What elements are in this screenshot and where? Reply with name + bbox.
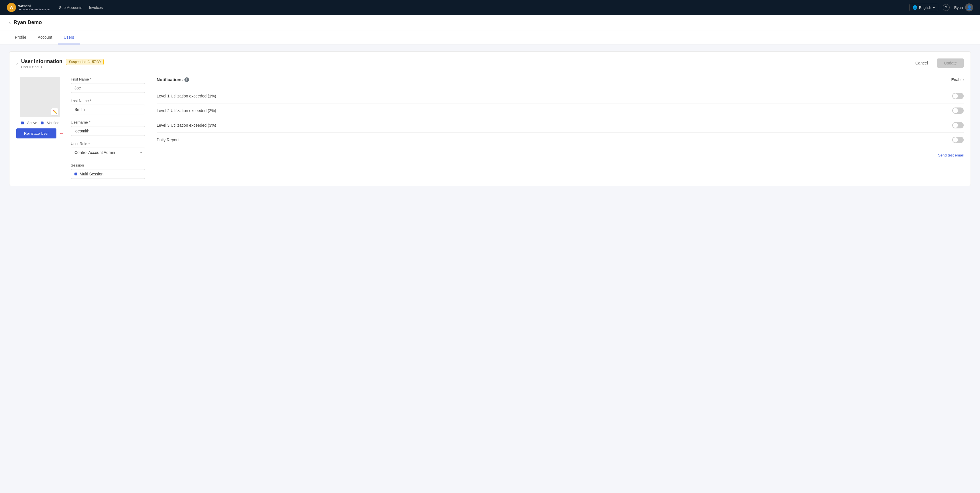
notif-level3-toggle[interactable]	[952, 122, 964, 128]
chevron-down-icon: ▾	[933, 5, 935, 10]
suspended-label: Suspended	[69, 60, 86, 64]
session-field: Session Multi Session	[71, 163, 145, 179]
globe-icon: 🌐	[912, 5, 917, 10]
nav-links: Sub-Accounts Invoices	[59, 4, 900, 11]
avatar-box: ✏️	[20, 77, 60, 117]
info-icon[interactable]: i	[185, 77, 189, 82]
notif-item-level3: Level 3 Utilization exceeded (3%)	[157, 118, 964, 133]
last-name-input[interactable]	[71, 105, 145, 114]
tabs-bar: Profile Account Users	[0, 30, 980, 45]
user-menu[interactable]: Ryan 👤	[954, 3, 973, 11]
reinstate-button[interactable]: Reinstate User	[16, 128, 56, 139]
user-icon: 👤	[967, 5, 972, 10]
user-avatar: 👤	[965, 3, 973, 11]
card-header-right: Cancel Update	[910, 59, 964, 68]
last-name-field: Last Name *	[71, 99, 145, 114]
notif-item-level1: Level 1 Utilization exceeded (1%)	[157, 89, 964, 104]
language-selector[interactable]: 🌐 English ▾	[909, 4, 938, 11]
user-role-label: User Role *	[71, 142, 145, 146]
arrow-right-icon: ←	[59, 131, 64, 136]
first-name-input[interactable]	[71, 83, 145, 93]
tab-users[interactable]: Users	[58, 30, 80, 45]
user-role-select[interactable]: Control Account Admin	[71, 148, 145, 157]
cancel-button[interactable]: Cancel	[910, 59, 934, 68]
first-name-label: First Name *	[71, 77, 145, 81]
back-arrow[interactable]: ‹	[9, 20, 11, 25]
username-input[interactable]	[71, 126, 145, 136]
avatar-edit-button[interactable]: ✏️	[51, 108, 59, 115]
notif-daily-toggle[interactable]	[952, 137, 964, 143]
logo-icon: W	[7, 3, 16, 12]
notif-header: Notifications i Enable	[157, 77, 964, 82]
timer-label: 57:39	[92, 60, 100, 64]
last-name-label: Last Name *	[71, 99, 145, 103]
card-title: User Information	[21, 59, 62, 64]
page-title: Ryan Demo	[13, 19, 42, 26]
notif-level2-label: Level 2 Utilization exceeded (2%)	[157, 108, 216, 113]
first-name-field: First Name *	[71, 77, 145, 93]
notif-item-daily: Daily Report	[157, 133, 964, 147]
topnav-right: 🌐 English ▾ ? Ryan 👤	[909, 3, 973, 11]
avatar-section: ✏️ Active Verified Reinstate User ←	[16, 77, 64, 179]
form-layout: ✏️ Active Verified Reinstate User ←	[16, 77, 964, 179]
user-info-card: ‹ User Information Suspended ⏱ 57:39 Use…	[9, 51, 971, 186]
clock-icon: ⏱	[88, 60, 91, 64]
suspended-badge: Suspended ⏱ 57:39	[66, 59, 104, 65]
user-id-label: User ID: 5601	[21, 65, 104, 69]
notif-level2-toggle[interactable]	[952, 107, 964, 114]
tab-profile[interactable]: Profile	[9, 30, 32, 45]
help-button[interactable]: ?	[943, 4, 950, 11]
notifications-label: Notifications	[157, 77, 183, 82]
nav-invoices[interactable]: Invoices	[89, 4, 103, 11]
top-navigation: W wasabi Account Control Manager Sub-Acc…	[0, 0, 980, 15]
card-header: ‹ User Information Suspended ⏱ 57:39 Use…	[16, 59, 964, 69]
session-dot	[75, 172, 77, 176]
verified-label: Verified	[47, 121, 59, 125]
notif-daily-label: Daily Report	[157, 137, 179, 142]
help-icon: ?	[945, 5, 947, 10]
main-content: ‹ User Information Suspended ⏱ 57:39 Use…	[0, 45, 980, 193]
session-label: Session	[71, 163, 145, 168]
active-dot	[21, 121, 24, 124]
breadcrumb-bar: ‹ Ryan Demo	[0, 15, 980, 30]
user-name: Ryan	[954, 5, 963, 10]
notif-item-level2: Level 2 Utilization exceeded (2%)	[157, 104, 964, 118]
notifications-section: Notifications i Enable Level 1 Utilizati…	[157, 77, 964, 179]
session-display: Multi Session	[71, 169, 145, 179]
notif-level1-toggle[interactable]	[952, 93, 964, 99]
tab-account[interactable]: Account	[32, 30, 58, 45]
form-left: ✏️ Active Verified Reinstate User ←	[16, 77, 145, 179]
card-back-arrow[interactable]: ‹	[16, 62, 18, 66]
card-header-left: ‹ User Information Suspended ⏱ 57:39 Use…	[16, 59, 104, 69]
notif-level1-label: Level 1 Utilization exceeded (1%)	[157, 94, 216, 98]
enable-label: Enable	[951, 77, 964, 82]
nav-sub-accounts[interactable]: Sub-Accounts	[59, 4, 82, 11]
username-label: Username *	[71, 120, 145, 124]
active-label: Active	[27, 121, 37, 125]
user-role-select-wrapper: Control Account Admin ▾	[71, 148, 145, 157]
update-button[interactable]: Update	[937, 59, 964, 68]
verified-dot	[41, 121, 43, 124]
session-value: Multi Session	[80, 172, 103, 176]
notif-level3-label: Level 3 Utilization exceeded (3%)	[157, 123, 216, 128]
logo-sub-text: Account Control Manager	[18, 8, 50, 11]
logo: W wasabi Account Control Manager	[7, 3, 50, 12]
send-test-email-link[interactable]: Send test email	[157, 153, 964, 157]
reinstate-row: Reinstate User ←	[16, 128, 64, 139]
logo-main-text: wasabi	[18, 4, 50, 8]
form-fields: First Name * Last Name * Username * User…	[71, 77, 145, 179]
notif-title: Notifications i	[157, 77, 189, 82]
language-label: English	[919, 5, 931, 10]
avatar-status: Active Verified	[21, 121, 60, 125]
username-field: Username *	[71, 120, 145, 136]
user-role-field: User Role * Control Account Admin ▾	[71, 142, 145, 157]
